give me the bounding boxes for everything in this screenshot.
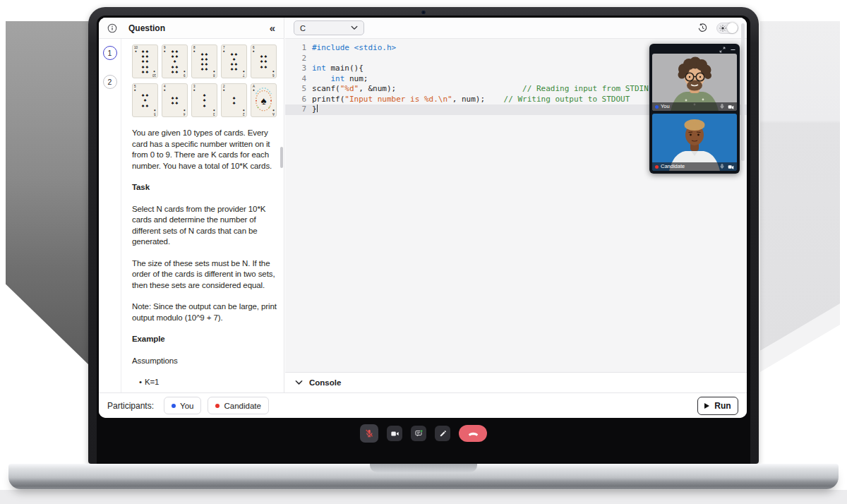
chat-icon — [414, 429, 424, 438]
webcam-dot — [422, 11, 426, 14]
chat-button[interactable] — [411, 426, 426, 441]
participants-bar: Participants: YouCandidate Run — [99, 392, 747, 418]
status-dot — [655, 165, 659, 169]
question-paragraph: Select N cards from the provider 10*K ca… — [132, 204, 279, 248]
video-tile-candidate: Candidate — [652, 114, 737, 171]
theme-toggle-knob — [727, 23, 738, 33]
mic-icon — [719, 164, 725, 169]
info-icon[interactable] — [107, 23, 117, 33]
participant-chips: YouCandidate — [164, 397, 275, 414]
participant-name: You — [661, 104, 670, 109]
camera-button[interactable] — [387, 426, 402, 441]
editor-toolbar-tools — [697, 23, 738, 34]
playing-card-A: A♠♠A♠ — [251, 83, 277, 117]
chevron-down-icon — [295, 380, 303, 385]
video-call-panel: YouCandidate — [649, 44, 740, 174]
participant-name: Candidate — [661, 164, 685, 169]
app-window: Question « 12 10♠♠ ♠♠ ♠♠ ♠♠ ♠♠ ♠10♠9♠♠ ♠… — [99, 18, 747, 418]
playing-card-9: 9♠♠ ♠♠ ♠♠♠ ♠♠ ♠9♠ — [162, 44, 188, 78]
laptop-base-notch — [370, 464, 477, 472]
question-paragraph: •K=1 — [132, 377, 279, 388]
camera-toggle[interactable] — [728, 164, 734, 170]
text-cursor — [317, 104, 318, 112]
playing-card-10: 10♠♠ ♠♠ ♠♠ ♠♠ ♠♠ ♠10♠ — [132, 44, 158, 78]
video-tiles: YouCandidate — [649, 54, 740, 171]
page: Question « 12 10♠♠ ♠♠ ♠♠ ♠♠ ♠♠ ♠10♠9♠♠ ♠… — [0, 0, 847, 504]
expand-icon[interactable] — [719, 47, 726, 53]
video-name-bar: Candidate — [652, 162, 737, 171]
question-paragraph: The size of these sets must be N. If the… — [132, 258, 279, 292]
editor-toolbar: C — [285, 18, 747, 39]
language-select[interactable]: C — [294, 20, 364, 35]
console-bar[interactable]: Console — [285, 372, 747, 392]
sun-icon — [719, 25, 726, 32]
laptop-base — [8, 464, 839, 489]
end-call-button[interactable] — [459, 425, 487, 442]
minimize-icon[interactable] — [730, 47, 736, 53]
question-panel-body: 12 10♠♠ ♠♠ ♠♠ ♠♠ ♠♠ ♠10♠9♠♠ ♠♠ ♠♠♠ ♠♠ ♠9… — [99, 39, 284, 392]
question-scrollbar-thumb[interactable] — [280, 147, 283, 168]
question-panel-header: Question « — [99, 18, 284, 39]
laptop-screen: Question « 12 10♠♠ ♠♠ ♠♠ ♠♠ ♠♠ ♠10♠9♠♠ ♠… — [97, 16, 750, 464]
video-tile-you: You — [652, 54, 737, 111]
history-icon[interactable] — [697, 23, 708, 33]
status-dot — [215, 404, 220, 408]
laptop-mockup: Question « 12 10♠♠ ♠♠ ♠♠ ♠♠ ♠♠ ♠10♠9♠♠ ♠… — [88, 7, 759, 464]
language-select-value: C — [300, 24, 306, 32]
question-panel-title: Question — [128, 23, 165, 33]
mic-icon — [719, 104, 725, 109]
question-paragraph: You are given 10 types of cards. Every c… — [132, 128, 279, 172]
question-content: 10♠♠ ♠♠ ♠♠ ♠♠ ♠♠ ♠10♠9♠♠ ♠♠ ♠♠♠ ♠♠ ♠9♠8♠… — [121, 39, 284, 392]
draw-button[interactable] — [435, 426, 450, 441]
call-controls — [97, 424, 750, 443]
console-label: Console — [309, 378, 341, 387]
question-tabs-rail: 12 — [99, 39, 121, 392]
question-panel: Question « 12 10♠♠ ♠♠ ♠♠ ♠♠ ♠♠ ♠10♠9♠♠ ♠… — [99, 18, 284, 392]
camera-icon — [390, 429, 400, 438]
question-tab-1[interactable]: 1 — [103, 46, 117, 60]
video-name-bar: You — [652, 102, 737, 111]
mic-muted-button[interactable] — [360, 424, 378, 443]
collapse-panel-icon[interactable]: « — [270, 23, 275, 33]
playing-card-2: 2♠♠♠2♠ — [221, 83, 247, 117]
question-tab-2[interactable]: 2 — [103, 75, 117, 89]
editor-scrollbar-thumb[interactable] — [741, 23, 745, 161]
video-panel-header — [649, 44, 740, 54]
participant-chip-you: You — [164, 397, 201, 414]
mic-toggle[interactable] — [719, 104, 725, 109]
playing-card-5: 5♠♠ ♠♠♠ ♠5♠ — [132, 83, 158, 117]
theme-toggle[interactable] — [716, 23, 738, 34]
chevron-down-icon — [351, 25, 358, 30]
question-paragraph: Example — [132, 334, 279, 345]
participants-label: Participants: — [107, 401, 154, 411]
status-dot — [172, 404, 176, 408]
pencil-icon — [438, 429, 447, 438]
participant-chip-candidate: Candidate — [208, 397, 268, 414]
run-button-label: Run — [714, 401, 731, 411]
backdrop-right-shape — [760, 21, 840, 351]
playing-card-6: 6♠♠ ♠♠ ♠♠ ♠6♠ — [251, 44, 277, 78]
question-paragraph: Note: Since the output can be large, pri… — [132, 301, 279, 323]
question-paragraph: Task — [132, 182, 279, 193]
playing-cards-image: 10♠♠ ♠♠ ♠♠ ♠♠ ♠♠ ♠10♠9♠♠ ♠♠ ♠♠♠ ♠♠ ♠9♠8♠… — [132, 44, 284, 117]
question-paragraph: Assumptions — [132, 356, 279, 367]
end-call-icon — [467, 428, 479, 440]
camera-toggle[interactable] — [728, 104, 734, 110]
backdrop-left-shape — [6, 21, 89, 365]
status-dot — [655, 105, 659, 109]
playing-card-3: 3♠♠♠♠3♠ — [191, 83, 217, 117]
backdrop-bottom-band — [0, 490, 847, 504]
play-icon — [704, 403, 709, 409]
mic-off-icon — [364, 428, 375, 439]
playing-card-8: 8♠♠ ♠♠ ♠♠ ♠♠ ♠8♠ — [191, 44, 217, 78]
playing-card-7: 7♠♠ ♠♠♠ ♠♠ ♠7♠ — [221, 44, 247, 78]
camera-icon — [728, 104, 734, 110]
question-text: You are given 10 types of cards. Every c… — [132, 128, 284, 388]
run-button[interactable]: Run — [697, 397, 738, 415]
camera-icon — [728, 164, 734, 170]
mic-toggle[interactable] — [719, 164, 725, 169]
playing-card-4: 4♠♠ ♠♠ ♠4♠ — [162, 83, 188, 117]
